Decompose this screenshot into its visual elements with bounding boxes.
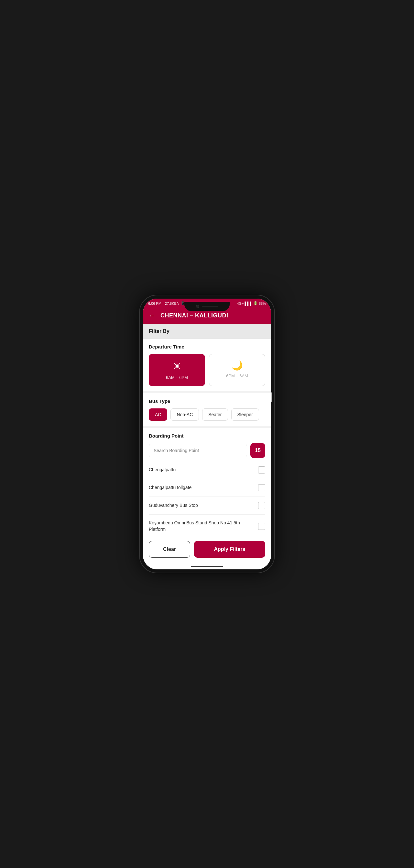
battery-level: 88% [259, 302, 266, 305]
home-indicator [143, 563, 271, 569]
departure-day-label: 6AM – 6PM [166, 375, 188, 380]
status-data-speed: 27.8KB/s [165, 302, 179, 305]
list-item: Chengalpattu [149, 461, 265, 479]
bus-type-title: Bus Type [149, 398, 265, 404]
bus-type-seater[interactable]: Seater [202, 408, 228, 421]
list-item: Koyambedu Omni Bus Stand Shop No 41 5th … [149, 515, 265, 537]
phone-screen: 6:06 PM | 27.8KB/s 📱 ⚙ 4G+ ▌▌▌ 🔋 88% ← C… [143, 299, 271, 569]
bus-type-sleeper[interactable]: Sleeper [231, 408, 259, 421]
departure-time-title: Departure Time [149, 344, 265, 349]
bottom-buttons: Clear Apply Filters [143, 537, 271, 563]
network-type: 4G+ [237, 302, 244, 305]
departure-options: ☀ 6AM – 6PM 🌙 6PM – 6AM [149, 354, 265, 386]
camera [196, 305, 199, 308]
departure-time-section: Departure Time ☀ 6AM – 6PM 🌙 6PM – 6AM [143, 339, 271, 391]
filter-by-header: Filter By [143, 324, 271, 339]
list-item: Guduvanchery Bus Stop [149, 497, 265, 515]
apply-filters-button[interactable]: Apply Filters [194, 541, 265, 558]
sun-icon: ☀ [172, 360, 182, 372]
search-input[interactable] [149, 444, 247, 457]
scroll-indicator [271, 392, 272, 402]
boarding-point-title: Boarding Point [149, 433, 265, 438]
clear-button[interactable]: Clear [149, 541, 190, 558]
bus-type-options: AC Non-AC Seater Sleeper [149, 408, 265, 421]
home-bar [191, 566, 223, 567]
status-right: 4G+ ▌▌▌ 🔋 88% [237, 301, 266, 305]
boarding-point-section: Boarding Point 15 Chengalpattu Chengalpa… [143, 428, 271, 537]
boarding-name-4: Koyambedu Omni Bus Stand Shop No 41 5th … [149, 520, 258, 532]
departure-night-label: 6PM – 6AM [226, 373, 248, 378]
checkbox-3[interactable] [258, 502, 265, 509]
page-title: CHENNAI – KALLIGUDI [161, 312, 228, 319]
boarding-name-2: Chengalpattu tollgate [149, 485, 258, 491]
status-time: 6:06 PM [148, 302, 162, 305]
checkbox-1[interactable] [258, 466, 265, 473]
boarding-count-badge: 15 [250, 443, 265, 458]
notch [184, 302, 230, 311]
departure-day-option[interactable]: ☀ 6AM – 6PM [149, 354, 205, 386]
back-button[interactable]: ← [149, 312, 155, 319]
phone-frame: 6:06 PM | 27.8KB/s 📱 ⚙ 4G+ ▌▌▌ 🔋 88% ← C… [139, 295, 275, 573]
boarding-name-3: Guduvanchery Bus Stop [149, 502, 258, 509]
moon-icon: 🌙 [232, 360, 243, 371]
boarding-search-row: 15 [149, 443, 265, 458]
battery-icon: 🔋 [253, 301, 258, 305]
bus-type-non-ac[interactable]: Non-AC [170, 408, 199, 421]
status-left: 6:06 PM | 27.8KB/s 📱 ⚙ [148, 301, 189, 305]
departure-night-option[interactable]: 🌙 6PM – 6AM [209, 354, 265, 386]
checkbox-4[interactable] [258, 523, 265, 530]
checkbox-2[interactable] [258, 484, 265, 491]
bus-type-section: Bus Type AC Non-AC Seater Sleeper [143, 393, 271, 426]
list-item: Chengalpattu tollgate [149, 479, 265, 497]
scroll-content[interactable]: Filter By Departure Time ☀ 6AM – 6PM 🌙 6… [143, 324, 271, 537]
boarding-name-1: Chengalpattu [149, 467, 258, 473]
boarding-list: Chengalpattu Chengalpattu tollgate Guduv… [149, 461, 265, 537]
bus-type-ac[interactable]: AC [149, 408, 167, 421]
signal-icon: ▌▌▌ [245, 302, 252, 305]
speaker [202, 306, 218, 307]
